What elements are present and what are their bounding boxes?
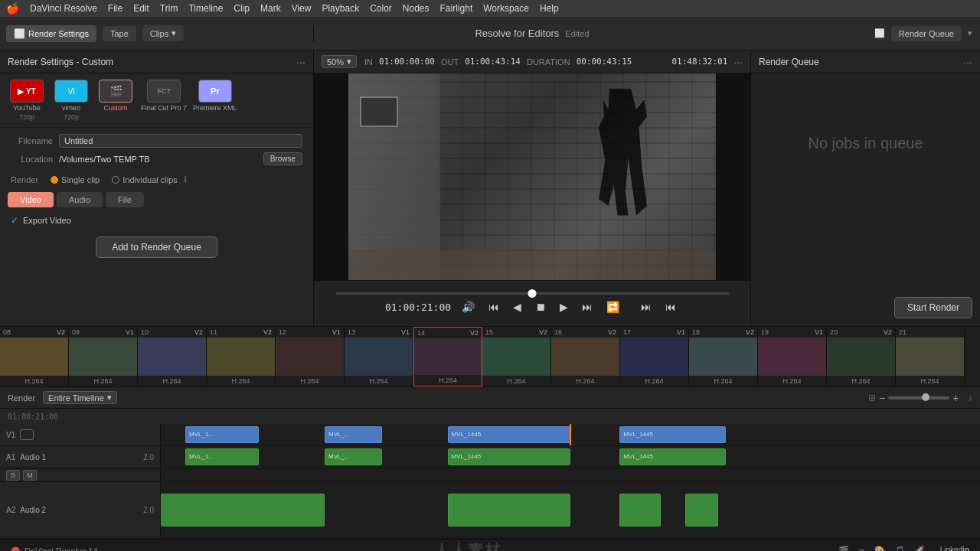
preset-finalcut[interactable]: FC7 Final Cut Pro 7 — [141, 80, 187, 112]
rq-more-icon[interactable]: ··· — [963, 56, 972, 68]
clip-block[interactable]: MVL_1... — [185, 426, 259, 443]
clip-thumb-10[interactable]: 10 V2 H.264 — [138, 327, 207, 386]
individual-clips-option[interactable]: Individual clips ℹ — [112, 174, 187, 184]
clip-block[interactable]: MVL_1445 — [448, 426, 571, 443]
start-frame-button[interactable]: ⏮ — [662, 299, 679, 315]
v1-track-label: V1 — [0, 424, 161, 445]
clips-tab[interactable]: Clips ▾ — [142, 25, 184, 41]
s-button[interactable]: S — [6, 470, 20, 481]
menu-color[interactable]: Color — [370, 3, 392, 14]
menu-workspace[interactable]: Workspace — [483, 3, 529, 14]
clip-thumb-21[interactable]: 21 H.264 — [896, 327, 965, 386]
zoom-in-button[interactable]: + — [952, 392, 959, 404]
clip-thumb-08[interactable]: 08 V2 H.264 — [0, 327, 69, 386]
apple-menu[interactable]: 🍎 — [6, 2, 19, 15]
render-settings-tab[interactable]: ⬜ Render Settings — [6, 25, 96, 42]
bottom-bar: ⬤ DaVinci Resolve 14 人人素材 🎬 ✂ 🎨 🎵 🚀 Link… — [0, 539, 980, 551]
preset-premiere[interactable]: Pr Premiere XML — [193, 80, 237, 112]
clip-block[interactable]: MVL_1445 — [448, 448, 571, 465]
video-preview — [314, 73, 750, 280]
clip-thumb-19[interactable]: 19 V1 H.264 — [758, 327, 827, 386]
filename-row: Filename — [11, 134, 302, 148]
clip-thumb-09[interactable]: 09 V1 H.264 — [69, 327, 138, 386]
volume-button[interactable]: 🔊 — [459, 299, 478, 315]
menubar: 🍎 DaVinci Resolve File Edit Trim Timelin… — [0, 0, 980, 17]
menu-davinci[interactable]: DaVinci Resolve — [30, 3, 97, 14]
stop-button[interactable]: ⏹ — [532, 299, 549, 315]
prev-frame-button[interactable]: ◀ — [510, 299, 524, 315]
video-tab[interactable]: Video — [8, 192, 54, 207]
clip-thumb-20[interactable]: 20 V2 H.264 — [827, 327, 896, 386]
clip-block[interactable]: MVL_1445 — [619, 426, 726, 443]
m-button[interactable]: M — [23, 470, 37, 481]
menu-help[interactable]: Help — [540, 3, 559, 14]
clip-thumb-15[interactable]: 15 V2 H.264 — [482, 327, 551, 386]
menu-view[interactable]: View — [292, 3, 312, 14]
skip-to-end-button[interactable]: ⏭ — [579, 299, 596, 315]
cut-icon[interactable]: ✂ — [858, 546, 865, 551]
preset-custom[interactable]: 🎬 Custom — [96, 80, 135, 112]
tape-tab[interactable]: Tape — [103, 26, 136, 41]
browse-button[interactable]: Browse — [263, 152, 302, 165]
zoom-thumb[interactable] — [922, 393, 929, 401]
export-video-label: Export Video — [23, 216, 71, 225]
deliver-icon[interactable]: 🚀 — [914, 546, 925, 551]
zoom-out-button[interactable]: − — [879, 392, 885, 404]
end-frame-button[interactable]: ⏭ — [638, 299, 655, 315]
start-render-button[interactable]: Start Render — [894, 297, 972, 318]
clip-thumb-12[interactable]: 12 V1 H.264 — [276, 327, 345, 386]
add-to-render-queue-button[interactable]: Add to Render Queue — [96, 236, 217, 258]
single-clip-radio[interactable] — [51, 176, 58, 184]
fx-icon[interactable]: 🎨 — [874, 546, 885, 551]
audio-icon[interactable]: 🎵 — [894, 546, 905, 551]
bottom-app-name: DaVinci Resolve 14 — [24, 546, 98, 552]
more-options-icon[interactable]: ··· — [296, 56, 305, 68]
menu-file[interactable]: File — [108, 3, 122, 14]
clip-thumb-18[interactable]: 18 V2 H.264 — [689, 327, 758, 386]
clip-thumb-16[interactable]: 16 V2 H.264 — [551, 327, 620, 386]
playback-scrubber[interactable] — [336, 292, 729, 295]
menu-clip[interactable]: Clip — [234, 3, 250, 14]
clip-block[interactable] — [685, 494, 718, 527]
preset-youtube[interactable]: ▶ YT YouTube 720p — [8, 80, 46, 121]
bottom-icons: 🎬 ✂ 🎨 🎵 🚀 Linkedin — [838, 546, 969, 551]
menu-edit[interactable]: Edit — [133, 3, 149, 14]
file-tab[interactable]: File — [106, 192, 144, 207]
zoom-select[interactable]: 50% ▾ — [322, 55, 357, 68]
scrubber-head[interactable] — [528, 289, 537, 298]
clip-block[interactable]: MVL_... — [325, 426, 382, 443]
clip-block[interactable]: MVL_1445 — [619, 448, 726, 465]
preview-more-icon[interactable]: ··· — [733, 56, 743, 68]
clip-block[interactable]: MVL_1... — [185, 448, 259, 465]
skip-to-start-button[interactable]: ⏮ — [485, 299, 502, 315]
menu-nodes[interactable]: Nodes — [403, 3, 430, 14]
clip-thumb-11[interactable]: 11 V2 H.264 — [207, 327, 276, 386]
chevron-down-icon-rq[interactable]: ▾ — [968, 28, 972, 38]
clip-block[interactable]: MVL_... — [325, 448, 382, 465]
individual-clips-radio[interactable] — [112, 176, 119, 184]
a2-track-label: A2 Audio 2 2.0 — [0, 482, 161, 538]
render-queue-button[interactable]: Render Queue — [891, 26, 962, 41]
filename-input[interactable] — [59, 134, 302, 148]
clip-thumb-14[interactable]: 14 V2 H.264 — [413, 327, 482, 386]
menu-mark[interactable]: Mark — [260, 3, 281, 14]
clip-block[interactable] — [448, 494, 571, 527]
play-button[interactable]: ▶ — [557, 299, 571, 315]
clip-thumb-13[interactable]: 13 V1 H.264 — [345, 327, 413, 386]
bottom-logo: ⬤ DaVinci Resolve 14 — [11, 546, 98, 551]
menu-fairlight[interactable]: Fairlight — [440, 3, 473, 14]
tc-label: 01:00:21:00 — [0, 412, 161, 421]
clip-thumb-17[interactable]: 17 V1 H.264 — [620, 327, 689, 386]
clip-block[interactable] — [161, 494, 325, 527]
menu-trim[interactable]: Trim — [160, 3, 178, 14]
zoom-slider[interactable] — [888, 396, 949, 399]
menu-timeline[interactable]: Timeline — [188, 3, 223, 14]
film-icon[interactable]: 🎬 — [838, 546, 849, 551]
entire-timeline-select[interactable]: Entire Timeline ▾ — [43, 391, 117, 404]
audio-tab[interactable]: Audio — [57, 192, 103, 207]
single-clip-option[interactable]: Single clip — [51, 175, 100, 184]
menu-playback[interactable]: Playback — [322, 3, 359, 14]
loop-button[interactable]: 🔁 — [603, 299, 622, 315]
preset-vimeo[interactable]: Vi vimeo 720p — [52, 80, 90, 121]
clip-block[interactable] — [619, 494, 661, 527]
